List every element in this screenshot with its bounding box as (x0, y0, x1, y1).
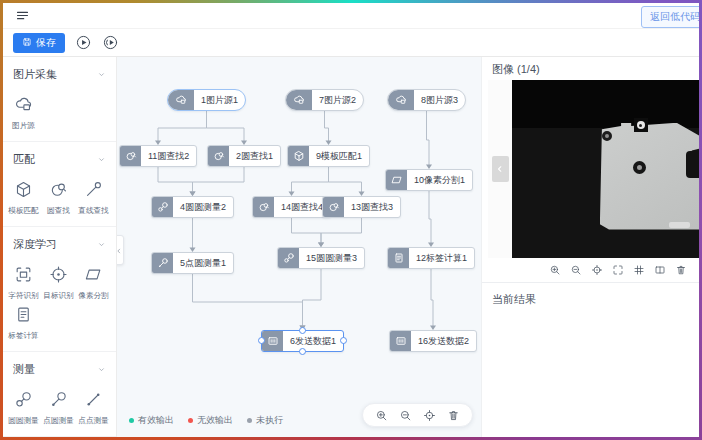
trash-button[interactable] (675, 264, 687, 276)
node-label: 4圆圆测量2 (173, 197, 233, 217)
tool-label: 模板匹配 (7, 205, 40, 215)
slot-feature (669, 222, 690, 228)
measure-pp-icon (84, 395, 103, 412)
node-label: 13圆查找3 (344, 197, 400, 217)
image-toolbar (482, 258, 699, 282)
node-label: 6发送数据1 (283, 331, 343, 351)
hole-feature-small (602, 131, 612, 141)
run-loop-button[interactable] (102, 34, 119, 51)
zoom-in-button[interactable] (375, 409, 388, 422)
sidebar-section-匹配[interactable]: 匹配 (3, 142, 116, 174)
node-label: 11圆查找2 (141, 146, 196, 166)
template-icon (14, 185, 33, 202)
node-6发送数据1[interactable]: 6发送数据1 (261, 330, 344, 352)
legend-未执行: 未执行 (247, 414, 283, 427)
circle-find-icon (49, 185, 68, 202)
node-8图片源3[interactable]: 8图片源3 (387, 89, 466, 111)
node-handle[interactable] (258, 337, 265, 344)
action-toolbar: 保存 (3, 29, 699, 57)
ocr-icon (14, 270, 33, 287)
node-1图片源1[interactable]: 1图片源1 (167, 89, 246, 111)
grid-button[interactable] (633, 264, 645, 276)
save-button[interactable]: 保存 (13, 33, 65, 53)
tool-直线查找[interactable]: 直线查找 (76, 180, 111, 216)
tool-点圆测量[interactable]: 点圆测量 (41, 390, 76, 426)
section-title: 匹配 (13, 152, 35, 167)
tool-点点测量[interactable]: 点点测量 (76, 390, 111, 426)
tool-字符识别[interactable]: 字符识别 (6, 265, 41, 301)
zoom-out-button[interactable] (399, 409, 412, 422)
sidebar-section-图片采集[interactable]: 图片采集 (3, 57, 116, 89)
node-12标签计算1[interactable]: 12标签计算1 (387, 247, 475, 269)
image-panel-title: 图像 (1/4) (482, 57, 699, 80)
node-9模板匹配1[interactable]: 9模板匹配1 (287, 145, 370, 167)
node-label: 8图片源3 (414, 90, 465, 110)
measure-pc-icon (49, 395, 68, 412)
run-once-button[interactable] (75, 34, 92, 51)
node-handle[interactable] (299, 327, 306, 334)
right-panel: 图像 (1/4) (481, 57, 699, 437)
tool-sidebar: 图片采集图片源匹配模板匹配圆查找直线查找深度学习字符识别目标识别像素分割标签计算… (3, 57, 117, 437)
zoom-out-button[interactable] (570, 264, 582, 276)
sidebar-collapse-handle[interactable] (117, 235, 124, 265)
target-icon (49, 270, 68, 287)
menu-icon[interactable] (15, 8, 30, 23)
node-label: 9模板匹配1 (309, 146, 369, 166)
previous-image-button[interactable] (492, 156, 509, 182)
node-5点圆测量1[interactable]: 5点圆测量1 (151, 252, 234, 274)
measure-pc-icon (152, 253, 173, 273)
tool-label: 目标识别 (42, 290, 75, 300)
tool-像素分割[interactable]: 像素分割 (76, 265, 111, 301)
node-label: 15圆圆测量3 (299, 248, 364, 268)
locate-button[interactable] (591, 264, 603, 276)
tool-标签计算[interactable]: 标签计算 (6, 305, 41, 341)
legend-有效输出: 有效输出 (129, 414, 174, 427)
current-result-title: 当前结果 (482, 283, 699, 316)
circle-find-icon (253, 197, 274, 217)
tool-图片源[interactable]: 图片源 (6, 95, 41, 131)
save-button-label: 保存 (36, 36, 56, 50)
node-15圆圆测量3[interactable]: 15圆圆测量3 (277, 247, 365, 269)
measure-cc-icon (14, 395, 33, 412)
save-icon (22, 37, 32, 49)
node-4圆圆测量2[interactable]: 4圆圆测量2 (151, 196, 234, 218)
trash-button[interactable] (447, 409, 460, 422)
tool-圆查找[interactable]: 圆查找 (41, 180, 76, 216)
cloud-image-icon (388, 90, 414, 110)
node-handle[interactable] (340, 337, 347, 344)
node-10像素分割1[interactable]: 10像素分割1 (385, 169, 473, 191)
node-label: 16发送数据2 (411, 331, 476, 351)
pixel-icon (84, 270, 103, 287)
flow-canvas[interactable]: 1图片源17图片源28图片源311圆查找22圆查找19模板匹配110像素分割14… (117, 57, 481, 437)
tool-圆圆测量[interactable]: 圆圆测量 (6, 390, 41, 426)
tool-label: 字符识别 (7, 290, 40, 300)
sidebar-section-测量[interactable]: 测量 (3, 352, 116, 384)
tool-label: 直线查找 (77, 205, 110, 215)
back-to-lowcode-button[interactable]: 返回低代码 (641, 6, 699, 28)
node-7图片源2[interactable]: 7图片源2 (285, 89, 364, 111)
tool-目标识别[interactable]: 目标识别 (41, 265, 76, 301)
hole-feature-center (633, 161, 646, 174)
circle-find-icon (208, 146, 229, 166)
locate-button[interactable] (423, 409, 436, 422)
node-14圆查找4[interactable]: 14圆查找4 (252, 196, 331, 218)
top-bar: 返回低代码 (3, 3, 699, 29)
node-2圆查找1[interactable]: 2圆查找1 (207, 145, 281, 167)
send-icon (262, 331, 283, 351)
circle-find-icon (323, 197, 344, 217)
node-16发送数据2[interactable]: 16发送数据2 (389, 330, 477, 352)
node-11圆查找2[interactable]: 11圆查找2 (119, 145, 197, 167)
cloud-image-icon (14, 100, 33, 117)
zoom-in-button[interactable] (549, 264, 561, 276)
tool-模板匹配[interactable]: 模板匹配 (6, 180, 41, 216)
node-label: 2圆查找1 (229, 146, 280, 166)
line-find-icon (84, 185, 103, 202)
node-13圆查找3[interactable]: 13圆查找3 (322, 196, 401, 218)
compare-button[interactable] (654, 264, 666, 276)
sidebar-section-深度学习[interactable]: 深度学习 (3, 227, 116, 259)
node-handle[interactable] (299, 348, 306, 355)
inspection-image[interactable] (512, 80, 699, 258)
fullscreen-button[interactable] (612, 264, 624, 276)
cloud-image-icon (286, 90, 312, 110)
cloud-image-icon (168, 90, 194, 110)
